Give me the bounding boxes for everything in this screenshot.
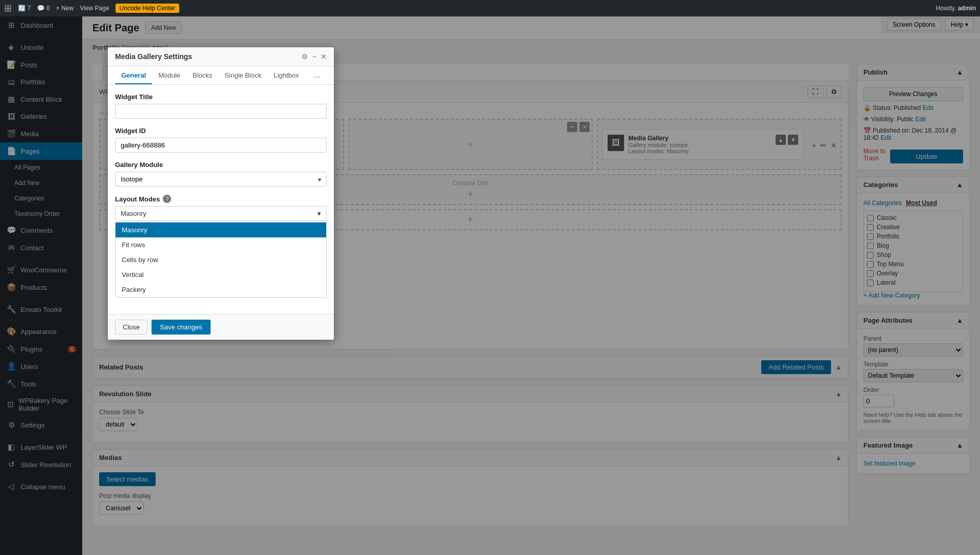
layout-modes-help-icon[interactable]: ? bbox=[163, 195, 171, 203]
layout-modes-dropdown: Masonry Fit rows Cells by row Vertical P… bbox=[115, 222, 327, 298]
modal-body: Widget Title Widget ID Gallery Module Is… bbox=[108, 85, 334, 314]
modal-close-button[interactable]: ✕ bbox=[321, 52, 327, 61]
gallery-module-select-wrapper: Isotope ▾ bbox=[115, 172, 327, 187]
modal-save-btn[interactable]: Save changes bbox=[152, 320, 210, 335]
media-gallery-settings-modal: Media Gallery Settings ⚙ − ✕ General Mod… bbox=[108, 47, 334, 340]
widget-title-label: Widget Title bbox=[115, 93, 327, 101]
modal-tab-more[interactable]: ... bbox=[308, 66, 327, 85]
admin-bar-help-center[interactable]: Uncode Help Center bbox=[116, 4, 180, 13]
admin-bar-new[interactable]: + New bbox=[56, 5, 73, 12]
layout-modes-label: Layout Modes bbox=[115, 195, 160, 203]
modal-tabs: General Module Blocks Single Block Light… bbox=[108, 66, 334, 85]
modal-header: Media Gallery Settings ⚙ − ✕ bbox=[108, 47, 334, 66]
dropdown-option-fit-rows[interactable]: Fit rows bbox=[116, 237, 326, 252]
gallery-module-select[interactable]: Isotope bbox=[115, 172, 327, 187]
widget-title-input[interactable] bbox=[115, 104, 327, 119]
admin-bar-updates[interactable]: 🔄 7 bbox=[18, 5, 31, 12]
admin-bar-comments[interactable]: 💬 0 bbox=[37, 5, 50, 12]
gallery-module-label: Gallery Module bbox=[115, 161, 327, 169]
widget-title-field: Widget Title bbox=[115, 93, 327, 119]
modal-tab-blocks[interactable]: Blocks bbox=[186, 67, 218, 84]
admin-bar-howdy: Howdy, admin bbox=[936, 5, 976, 12]
modal-close-btn[interactable]: Close bbox=[115, 320, 147, 335]
gallery-module-field: Gallery Module Isotope ▾ bbox=[115, 161, 327, 187]
modal-minimize-button[interactable]: − bbox=[312, 52, 316, 61]
widget-id-field: Widget ID bbox=[115, 127, 327, 153]
widget-id-input[interactable] bbox=[115, 138, 327, 153]
modal-tab-single-block[interactable]: Single Block bbox=[218, 67, 268, 84]
admin-bar-view-page[interactable]: View Page bbox=[80, 5, 109, 12]
modal-tab-general[interactable]: General bbox=[115, 67, 152, 84]
modal-tab-module[interactable]: Module bbox=[152, 67, 186, 84]
layout-modes-selected[interactable]: Masonry ▾ bbox=[115, 206, 327, 221]
layout-modes-value: Masonry bbox=[121, 210, 146, 217]
layout-modes-chevron-icon: ▾ bbox=[317, 210, 321, 217]
modal-title: Media Gallery Settings bbox=[115, 52, 192, 61]
modal-footer: Close Save changes bbox=[108, 314, 334, 340]
dropdown-option-masonry[interactable]: Masonry bbox=[116, 223, 326, 237]
widget-id-label: Widget ID bbox=[115, 127, 327, 135]
modal-settings-button[interactable]: ⚙ bbox=[301, 52, 308, 61]
admin-bar: ⊞ 🔄 7 💬 0 + New View Page Uncode Help Ce… bbox=[0, 0, 980, 16]
modal-header-icons: ⚙ − ✕ bbox=[301, 52, 327, 61]
layout-modes-field: Layout Modes ? Masonry ▾ Masonry Fit row… bbox=[115, 195, 327, 298]
modal-overlay: Media Gallery Settings ⚙ − ✕ General Mod… bbox=[0, 16, 980, 555]
layout-modes-select-wrapper: Masonry ▾ bbox=[115, 206, 327, 221]
wp-logo-icon[interactable]: ⊞ bbox=[4, 3, 12, 14]
dropdown-option-vertical[interactable]: Vertical bbox=[116, 267, 326, 282]
dropdown-option-packery[interactable]: Packery bbox=[116, 282, 326, 297]
modal-tab-lightbox[interactable]: Lightbox bbox=[268, 67, 305, 84]
layout-modes-label-row: Layout Modes ? bbox=[115, 195, 327, 203]
dropdown-option-cells-by-row[interactable]: Cells by row bbox=[116, 252, 326, 267]
